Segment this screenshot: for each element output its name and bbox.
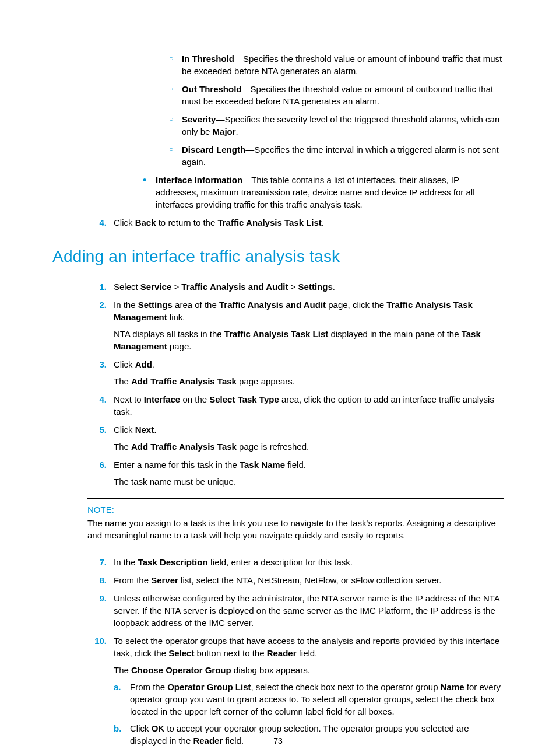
definition-text: . (236, 127, 238, 136)
procedure-step: 6.Enter a name for this task in the Task… (90, 459, 504, 488)
text: Select (114, 282, 140, 292)
text: to return to the (156, 218, 218, 228)
term: Discard Length (182, 145, 245, 155)
bullet-list: • Interface Information—This table conta… (52, 174, 504, 211)
text: The (114, 665, 131, 675)
note-text: The name you assign to a task is the lin… (87, 517, 504, 545)
step-body: Enter a name for this task in the Task N… (114, 459, 504, 488)
section-heading: Adding an interface traffic analysis tas… (52, 245, 504, 268)
bold: Settings (298, 282, 333, 292)
text: page. (167, 341, 192, 351)
document-page: ○ In Threshold—Specifies the threshold v… (0, 0, 556, 756)
sub-item-in-threshold: ○ In Threshold—Specifies the threshold v… (169, 52, 504, 77)
text: page appears. (237, 376, 295, 386)
circle-bullet-icon: ○ (169, 144, 182, 168)
bold: Select (168, 648, 194, 658)
procedure-step: 3.Click Add.The Add Traffic Analysis Tas… (90, 358, 504, 387)
bold: Traffic Analysis and Audit (181, 282, 288, 292)
sub-step-letter: a. (114, 681, 130, 718)
sub-item-text: Out Threshold—Specifies the threshold va… (182, 83, 504, 107)
text: dialog box appears. (231, 665, 310, 675)
bold: Select Task Type (209, 394, 279, 404)
divider (87, 545, 504, 545)
step-number: 4. (90, 216, 114, 229)
text: From the (114, 575, 151, 585)
bold: Add Traffic Analysis Task (131, 376, 237, 386)
step-body: Select Service > Traffic Analysis and Au… (114, 281, 504, 293)
circle-bullet-icon: ○ (169, 113, 182, 138)
step-body: Click Next.The Add Traffic Analysis Task… (114, 424, 504, 453)
procedure-step: 5.Click Next.The Add Traffic Analysis Ta… (90, 424, 504, 453)
procedure-step: 8.From the Server list, select the NTA, … (90, 574, 504, 586)
term: Out Threshold (182, 84, 242, 94)
bold: Server (151, 575, 178, 585)
bold: Add Traffic Analysis Task (131, 442, 237, 452)
step-number: 9. (90, 592, 114, 629)
text: . (322, 218, 324, 228)
step-number: 6. (90, 459, 114, 488)
text: > (288, 282, 298, 292)
procedure-step: 9.Unless otherwise configured by the adm… (90, 592, 504, 629)
bold: Name (441, 682, 464, 692)
text: , select the check box next to the opera… (251, 682, 441, 692)
sub-item-severity: ○ Severity—Specifies the severity level … (169, 113, 504, 138)
text: > (171, 282, 181, 292)
definition-sub-list: ○ In Threshold—Specifies the threshold v… (52, 52, 504, 168)
text: field, enter a description for this task… (207, 557, 352, 567)
text: In the (114, 557, 138, 567)
bullet-item-text: Interface Information—This table contain… (156, 174, 504, 211)
text: field. (297, 648, 318, 658)
text: . (152, 359, 154, 369)
sub-step: a.From the Operator Group List, select t… (114, 681, 504, 718)
sub-item-text: Discard Length—Specifies the time interv… (182, 144, 504, 168)
text: Enter a name for this task in the (114, 460, 240, 470)
step-number: 4. (90, 393, 114, 418)
bold: Next (135, 425, 154, 435)
procedure-step: 7.In the Task Description field, enter a… (90, 556, 504, 568)
text: From the (130, 682, 167, 692)
step-body: To select the operator groups that have … (114, 635, 504, 747)
disc-bullet-icon: • (143, 174, 156, 211)
bold: Task Name (240, 460, 285, 470)
bold: Interface (144, 394, 181, 404)
step-body: From the Server list, select the NTA, Ne… (114, 574, 504, 586)
sub-item-discard-length: ○ Discard Length—Specifies the time inte… (169, 144, 504, 168)
step-body: Unless otherwise configured by the admin… (114, 592, 504, 629)
bullet-item-interface-information: • Interface Information—This table conta… (143, 174, 504, 211)
text: page, click the (326, 300, 386, 310)
bold: Settings (138, 300, 173, 310)
text: NTA displays all tasks in the (114, 329, 224, 339)
text: . (333, 282, 335, 292)
circle-bullet-icon: ○ (169, 83, 182, 107)
bold: Choose Operator Group (131, 665, 231, 675)
procedure-step: 2.In the Settings area of the Traffic An… (90, 299, 504, 352)
bold: Operator Group List (167, 682, 251, 692)
text: Unless otherwise configured by the admin… (114, 593, 499, 628)
term: Severity (182, 114, 216, 124)
sub-item-text: In Threshold—Specifies the threshold val… (182, 52, 504, 77)
text: Click (114, 425, 135, 435)
sub-item-text: Severity—Specifies the severity level of… (182, 113, 504, 138)
procedure-steps-1-6: 1.Select Service > Traffic Analysis and … (52, 281, 504, 488)
term: In Threshold (182, 54, 234, 64)
step-number: 3. (90, 358, 114, 387)
procedure-step: 1.Select Service > Traffic Analysis and … (90, 281, 504, 293)
text: link. (167, 312, 185, 322)
bold: OK (152, 723, 165, 733)
note-block: NOTE: The name you assign to a task is t… (87, 498, 504, 545)
bold: Service (140, 282, 171, 292)
step-number: 5. (90, 424, 114, 453)
sub-step-body: From the Operator Group List, select the… (130, 681, 504, 718)
text: list, select the NTA, NetStream, NetFlow… (178, 575, 442, 585)
procedure-step: 4.Next to Interface on the Select Task T… (90, 393, 504, 418)
text: button next to the (194, 648, 266, 658)
text: . (154, 425, 156, 435)
text: page is refreshed. (237, 442, 309, 452)
bold: Traffic Analysis Task List (224, 329, 328, 339)
bold: Task Description (138, 557, 208, 567)
text: Next to (114, 394, 144, 404)
text: displayed in the main pane of the (328, 329, 462, 339)
text: Click (130, 723, 152, 733)
step-number: 2. (90, 299, 114, 352)
text: area of the (173, 300, 219, 310)
